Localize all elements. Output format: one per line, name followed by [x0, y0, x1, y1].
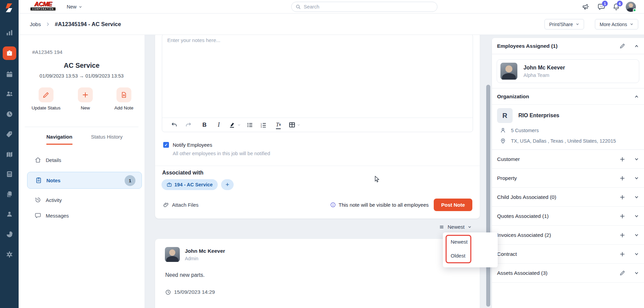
global-search[interactable]: [291, 2, 437, 12]
employees-assigned-header: Employees Assigned (1): [492, 38, 644, 54]
sidebar-item-messages[interactable]: Messages: [19, 208, 145, 223]
undo-icon[interactable]: [170, 121, 178, 129]
job-summary-panel: #A12345 194 AC Service 01/09/2023 13:53 …: [19, 35, 145, 308]
notify-employees-checkbox[interactable]: ✓ Notify Employees: [163, 142, 212, 148]
employee-avatar: [500, 63, 517, 80]
more-actions-button[interactable]: More Actions: [595, 19, 638, 29]
chevron-down-icon[interactable]: [634, 176, 639, 181]
jobs-icon-active[interactable]: [3, 46, 16, 60]
map-icon[interactable]: [6, 151, 13, 158]
breadcrumb-current: #A12345194 - AC Service: [55, 21, 121, 27]
attach-files-button[interactable]: Attach Files: [163, 202, 198, 208]
announcements-icon[interactable]: [582, 3, 590, 11]
company-logo-text: ACME: [30, 1, 56, 7]
pencil-icon[interactable]: [620, 270, 625, 276]
new-button[interactable]: New: [70, 87, 101, 110]
invoices-icon[interactable]: [6, 170, 13, 178]
sidebar-item-details[interactable]: Details: [19, 152, 145, 168]
bullet-list-button[interactable]: [246, 121, 254, 129]
note-timestamp: 15/09/2023 14:29: [165, 289, 215, 295]
notifications-icon[interactable]: 6: [612, 3, 620, 11]
organization-name[interactable]: RIO Enterprises: [518, 112, 559, 119]
notes-sort-control[interactable]: Newest: [439, 224, 472, 230]
plus-icon[interactable]: [619, 175, 625, 181]
sidebar-item-notes-active[interactable]: Notes 1: [27, 172, 142, 189]
new-menu-button[interactable]: New: [67, 0, 82, 14]
breadcrumb-jobs-link[interactable]: Jobs: [30, 21, 41, 27]
associated-job-chip[interactable]: 194 - AC Service: [162, 179, 218, 190]
checkbox-checked-icon: ✓: [163, 142, 169, 148]
reports-icon[interactable]: [6, 231, 13, 238]
tab-navigation[interactable]: Navigation: [46, 134, 72, 145]
plus-icon[interactable]: [619, 213, 625, 219]
highlight-color-button[interactable]: [229, 121, 236, 129]
chevron-down-icon[interactable]: [634, 233, 639, 238]
section-contract: Contract: [492, 245, 644, 264]
italic-button[interactable]: I: [215, 121, 222, 129]
svg-text:3: 3: [261, 126, 262, 128]
breadcrumb: Jobs #A12345194 - AC Service: [30, 14, 121, 35]
plus-icon: [82, 91, 89, 98]
job-id: #A12345 194: [32, 49, 145, 55]
settings-icon[interactable]: [6, 251, 13, 258]
sort-option-newest[interactable]: Newest: [443, 235, 498, 249]
insert-table-button[interactable]: [288, 121, 296, 129]
dashboard-icon[interactable]: [6, 29, 13, 37]
calendar-icon[interactable]: [6, 70, 13, 78]
notes-icon: [35, 177, 42, 184]
chevron-up-icon[interactable]: [634, 44, 639, 48]
plus-icon[interactable]: [619, 232, 625, 238]
documents-icon[interactable]: [6, 190, 13, 198]
note-item: John Mc Keever Admin Need new parts. 15/…: [155, 239, 480, 308]
app-window: ACME CORPORATION New 1 6 Jobs #A123: [0, 0, 644, 308]
teams-icon[interactable]: [6, 90, 13, 98]
add-note-button[interactable]: Add Note: [109, 87, 139, 110]
update-status-button[interactable]: Update Status: [31, 87, 61, 110]
clear-formatting-button[interactable]: Tx: [276, 121, 281, 129]
pencil-icon[interactable]: [620, 43, 625, 49]
chevron-up-icon[interactable]: [634, 94, 639, 99]
note-editor[interactable]: Enter your notes here... B I 123 Tx: [162, 34, 473, 132]
section-child-jobs: Child Jobs Associated (0): [492, 188, 644, 207]
search-input[interactable]: [304, 4, 433, 9]
chevron-down-icon[interactable]: [296, 121, 301, 129]
activity-icon: [35, 197, 41, 203]
tab-status-history[interactable]: Status History: [91, 134, 123, 145]
timesheet-icon[interactable]: [6, 110, 13, 118]
organization-initial-avatar: R: [497, 108, 513, 123]
editor-toolbar: B I 123 Tx: [162, 118, 473, 132]
chevron-down-icon[interactable]: [634, 157, 639, 162]
post-note-button[interactable]: Post Note: [434, 199, 472, 211]
app-logo-icon[interactable]: [4, 3, 14, 13]
chevron-down-icon[interactable]: [634, 195, 639, 200]
plus-icon[interactable]: [619, 251, 625, 257]
bold-button[interactable]: B: [201, 121, 208, 129]
mouse-cursor: [374, 176, 380, 184]
organization-details: R RIO Enterprises 5 Customers TX, USA, D…: [492, 105, 644, 150]
chat-icon: [35, 212, 41, 219]
divider: [25, 127, 138, 127]
notes-count-badge: 1: [125, 175, 135, 186]
vertical-scrollbar[interactable]: [486, 85, 490, 307]
profile-icon[interactable]: [6, 210, 13, 218]
redo-icon[interactable]: [185, 121, 192, 129]
plus-icon[interactable]: [619, 156, 625, 162]
print-share-button[interactable]: Print/Share: [544, 19, 584, 29]
add-association-button[interactable]: +: [221, 179, 234, 190]
employee-name: John Mc Keever: [523, 65, 565, 71]
sort-option-oldest[interactable]: Oldest: [443, 249, 498, 263]
company-logo[interactable]: ACME CORPORATION: [30, 1, 56, 11]
plus-icon[interactable]: [619, 194, 625, 200]
note-composer-card: Enter your notes here... B I 123 Tx ✓ No…: [155, 32, 480, 219]
chevron-down-icon[interactable]: [634, 214, 639, 219]
assigned-employee-card[interactable]: John Mc Keever Alpha Team: [497, 59, 639, 83]
messages-icon[interactable]: 1: [597, 3, 605, 11]
chevron-down-icon[interactable]: [237, 121, 241, 129]
sidebar-item-activity[interactable]: Activity: [19, 192, 145, 208]
numbered-list-button[interactable]: 123: [260, 121, 267, 129]
note-author-name: John Mc Keever: [185, 248, 225, 254]
section-assets: Assets Associated (3): [492, 264, 644, 283]
chevron-down-icon[interactable]: [634, 252, 639, 256]
chevron-down-icon[interactable]: [634, 271, 639, 275]
tags-icon[interactable]: [6, 130, 13, 138]
